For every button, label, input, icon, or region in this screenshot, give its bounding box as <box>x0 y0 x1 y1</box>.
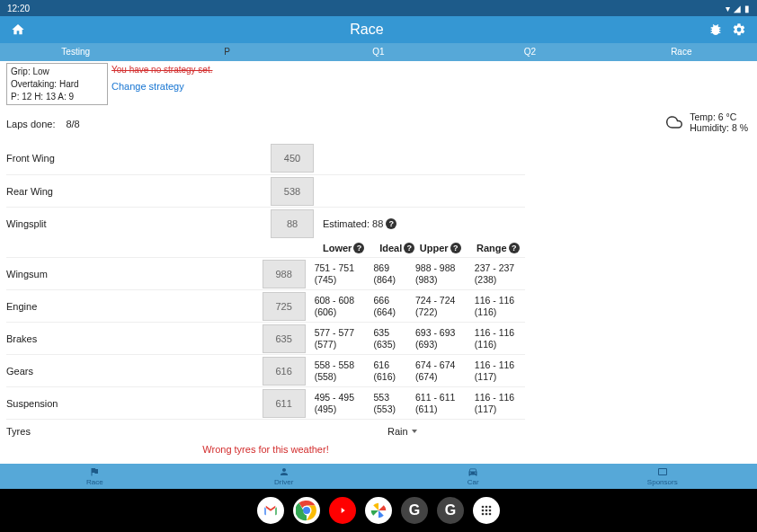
tyres-select[interactable]: Rain <box>387 426 417 437</box>
cell-lower: 577 - 577(577) <box>315 327 374 350</box>
front-wing-label: Front Wing <box>6 153 271 164</box>
weather-humidity: Humidity: 8 % <box>690 122 748 133</box>
wingsplit-estimated: Estimated: 88 <box>323 218 383 229</box>
cell-lower: 751 - 751(745) <box>315 262 374 286</box>
chrome-icon[interactable] <box>293 497 320 524</box>
app-bar: Race <box>0 16 757 43</box>
svg-point-4 <box>489 506 492 509</box>
cell-upper: 674 - 674(674) <box>415 359 475 383</box>
row-label: Wingsum <box>6 269 263 279</box>
wifi-icon: ▾ <box>726 4 730 13</box>
help-icon[interactable]: ? <box>404 243 414 253</box>
cell-range: 116 - 116(116) <box>475 295 525 318</box>
row-input[interactable] <box>263 389 306 418</box>
photos-icon[interactable] <box>365 497 392 524</box>
tyres-warning: Wrong tyres for this weather! <box>6 444 525 455</box>
app-icon-1[interactable]: G <box>401 497 428 524</box>
wingsplit-label: Wingsplit <box>6 218 271 229</box>
gear-icon[interactable] <box>732 22 746 37</box>
grip-info: Grip: Low <box>11 66 103 78</box>
header-lower: Lower <box>323 243 352 253</box>
cell-lower: 608 - 608(606) <box>315 295 374 318</box>
svg-point-7 <box>489 510 492 512</box>
row-input[interactable] <box>263 357 306 386</box>
cell-ideal: 553(553) <box>374 392 415 415</box>
row-input[interactable] <box>263 324 306 353</box>
setup-row-engine: Engine 608 - 608(606) 666(664) 724 - 724… <box>6 289 525 322</box>
header-ideal: Ideal <box>379 243 402 253</box>
setup-grid: Front Wing Rear Wing Wingsplit Estimated… <box>6 142 525 455</box>
header-upper: Upper <box>420 243 449 253</box>
sponsors-icon <box>657 466 668 477</box>
cell-range: 116 - 116(117) <box>475 392 525 415</box>
app-icon-2[interactable]: G <box>437 497 464 524</box>
row-input[interactable] <box>263 292 306 321</box>
front-wing-input[interactable] <box>271 144 314 173</box>
help-icon[interactable]: ? <box>386 218 396 229</box>
help-icon[interactable]: ? <box>450 243 461 253</box>
cell-lower: 558 - 558(558) <box>315 359 374 383</box>
tyres-label: Tyres <box>6 426 271 437</box>
help-icon[interactable]: ? <box>509 243 520 253</box>
setup-row-suspension: Suspension 495 - 495(495) 553(553) 611 -… <box>6 386 525 419</box>
row-label: Suspension <box>6 398 263 409</box>
rear-wing-input[interactable] <box>271 177 314 206</box>
car-icon <box>468 466 478 477</box>
row-input[interactable] <box>263 260 306 288</box>
battery-icon: ▮ <box>744 4 750 13</box>
cell-ideal: 666(664) <box>374 295 415 318</box>
laps-done: Laps done: 8/8 <box>6 119 80 129</box>
laps-value: 8/8 <box>66 119 79 129</box>
cell-ideal: 616(616) <box>374 359 415 383</box>
strategy-warning: You have no strategy set. <box>111 65 213 75</box>
setup-row-gears: Gears 558 - 558(558) 616(616) 674 - 674(… <box>6 354 525 386</box>
change-strategy-link[interactable]: Change strategy <box>111 81 184 92</box>
wingsplit-input[interactable] <box>271 209 314 238</box>
all-apps-icon[interactable] <box>473 497 500 524</box>
column-headers: Lower? Ideal? Upper? Range? <box>323 239 525 257</box>
row-label: Engine <box>6 301 263 312</box>
bug-icon[interactable] <box>708 22 723 37</box>
tab-testing[interactable]: Testing <box>0 43 151 61</box>
tab-q1[interactable]: Q1 <box>303 43 454 61</box>
cell-upper: 611 - 611(611) <box>415 392 475 415</box>
svg-point-9 <box>485 513 488 516</box>
help-icon[interactable]: ? <box>353 243 364 253</box>
bottom-nav: Race Driver Car Sponsors <box>0 464 757 489</box>
nav-race[interactable]: Race <box>0 464 190 489</box>
tab-q2[interactable]: Q2 <box>454 43 605 61</box>
svg-point-1 <box>303 507 310 514</box>
cell-ideal: 869(864) <box>374 262 415 286</box>
cloud-icon <box>666 114 682 130</box>
flag-icon <box>89 466 100 477</box>
weather-widget: Temp: 6 °C Humidity: 8 % <box>666 111 748 133</box>
tyres-value: Rain <box>387 426 408 437</box>
phase-info: P: 12 H: 13 A: 9 <box>11 91 103 103</box>
android-taskbar: G G <box>0 489 757 532</box>
nav-driver[interactable]: Driver <box>190 464 379 489</box>
svg-point-3 <box>485 506 488 509</box>
home-icon[interactable] <box>11 22 25 37</box>
svg-point-2 <box>482 506 485 509</box>
svg-point-10 <box>489 513 492 516</box>
android-status-bar: 12:20 ▾ ◢ ▮ <box>0 0 757 16</box>
row-label: Brakes <box>6 333 263 344</box>
page-title: Race <box>25 22 708 38</box>
gmail-icon[interactable] <box>257 497 284 524</box>
session-tabs: Testing P Q1 Q2 Race <box>0 43 757 61</box>
tab-p[interactable]: P <box>151 43 302 61</box>
chevron-down-icon <box>412 430 417 433</box>
cell-range: 116 - 116(117) <box>475 359 525 383</box>
youtube-icon[interactable] <box>329 497 356 524</box>
rear-wing-label: Rear Wing <box>6 186 271 197</box>
cell-upper: 988 - 988(983) <box>415 262 475 286</box>
cell-range: 237 - 237(238) <box>475 262 525 286</box>
nav-sponsors[interactable]: Sponsors <box>568 464 758 489</box>
cell-upper: 724 - 724(722) <box>415 295 475 318</box>
tab-race[interactable]: Race <box>606 43 757 61</box>
cell-upper: 693 - 693(693) <box>415 327 475 350</box>
overtaking-info: Overtaking: Hard <box>11 78 103 91</box>
svg-point-8 <box>482 513 485 516</box>
nav-car[interactable]: Car <box>378 464 568 489</box>
svg-point-5 <box>482 510 485 512</box>
